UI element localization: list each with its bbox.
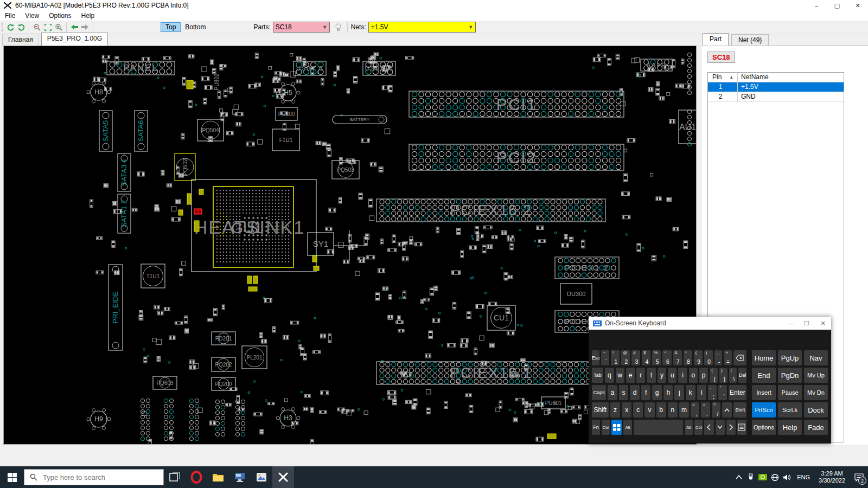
menu-item-view[interactable]: View [20,11,44,21]
usb-icon[interactable] [745,466,757,488]
osk-key-5[interactable]: %5 [652,350,661,365]
osk-key-fade[interactable]: Fade [804,420,828,435]
osk-key-o[interactable]: o [689,368,698,383]
table-row[interactable]: 2GND [708,92,844,102]
osk-key-c[interactable]: c [633,402,643,418]
rotate-right-icon[interactable] [16,22,27,33]
osk-key-`[interactable]: ~` [601,350,609,365]
language-indicator[interactable]: ENG [793,474,814,480]
osk-key-prtscn[interactable]: PrtScn [752,402,776,418]
hidden-icons-chevron[interactable] [733,466,745,488]
osk-key-pause[interactable]: Pause [778,385,802,400]
osk-key-e[interactable]: e [626,368,635,383]
osk-key-6[interactable]: ^6 [662,350,671,365]
pin-header[interactable]: Pin [712,73,722,82]
osk-key-m[interactable]: m [679,402,689,418]
osk-key-l[interactable]: l [697,385,707,400]
osk-key--[interactable]: _- [714,350,722,365]
parts-combobox[interactable]: SC18 ▼ [273,22,330,33]
osk-key-k[interactable]: k [686,385,695,400]
volume-icon[interactable] [781,466,793,488]
osk-key-Enter[interactable]: Enter [729,385,746,400]
osk-key-win[interactable] [611,420,622,435]
osk-maximize-button[interactable]: ☐ [799,320,815,327]
osk-key-Alt[interactable]: Alt [623,420,631,435]
forward-arrow-icon[interactable] [80,22,91,33]
osk-key-nav[interactable]: Nav [804,350,828,365]
osk-key-Ctrl[interactable]: Ctrl [694,420,703,435]
osk-key-t[interactable]: t [647,368,655,383]
osk-key-options[interactable]: Options [752,420,776,435]
osk-key-arrr[interactable] [726,420,736,435]
osk-key-arrd[interactable] [716,420,725,435]
osk-key-q[interactable]: q [605,368,614,383]
osk-key-Ctrl[interactable]: Ctrl [602,420,610,435]
osk-key-Tab[interactable]: Tab [592,368,603,383]
osk-key-d[interactable]: d [630,385,640,400]
clock[interactable]: 3:29 AM 3/30/2022 [814,470,850,484]
osk-key-0[interactable]: )0 [704,350,713,365]
osk-key-s[interactable]: s [619,385,629,400]
highlight-bulb-icon[interactable] [333,22,344,33]
zoom-fit-icon[interactable] [42,22,53,33]
osk-key-w[interactable]: w [616,368,624,383]
osk-key-mv-up[interactable]: Mv Up [804,368,828,383]
osk-key-r[interactable]: r [636,368,645,383]
osk-key-[[interactable]: {[ [710,368,718,383]
rotate-left-icon[interactable] [5,22,16,33]
taskbar-app-task-view[interactable] [164,466,186,488]
osk-key-f[interactable]: f [641,385,651,400]
osk-key-Fn[interactable]: Fn [592,420,600,435]
osk-key-1[interactable]: !1 [611,350,620,365]
osk-key-y[interactable]: y [658,368,666,383]
tab-p5e3_pro_1.00g[interactable]: P5E3_PRO_1.00G [41,33,108,46]
osk-key-p[interactable]: p [699,368,708,383]
osk-key-Esc[interactable]: Esc [592,350,599,365]
osk-key-backspace[interactable] [733,350,746,365]
osk-key-j[interactable]: j [674,385,684,400]
bottom-side-button[interactable]: Bottom [181,22,210,32]
osk-key-insert[interactable]: Insert [752,385,776,400]
osk-key-x[interactable]: x [622,402,631,418]
network-globe-icon[interactable] [769,466,781,488]
table-header[interactable]: Pin▲ NetName [708,73,844,82]
netname-header[interactable]: NetName [738,73,844,82]
taskbar-app-photos[interactable] [251,466,272,488]
zoom-out-icon[interactable] [31,22,42,33]
osk-key-end[interactable]: End [752,368,776,383]
table-row[interactable]: 1+1.5V [708,82,844,92]
chevron-down-icon[interactable]: ▼ [321,24,329,30]
osk-close-button[interactable]: ✕ [815,320,831,327]
osk-key-,[interactable]: <, [691,402,699,418]
taskbar-app-file-explorer[interactable] [207,466,229,488]
osk-key-=[interactable]: += [724,350,731,365]
osk-key-arru[interactable] [722,402,732,418]
osk-key-][interactable]: }] [719,368,727,383]
osk-key-help[interactable]: Help [778,420,802,435]
osk-key-u[interactable]: u [668,368,676,383]
osk-key-Shift[interactable]: Shift [733,402,746,418]
tab-главная[interactable]: Главная [2,34,39,46]
zoom-in-icon[interactable] [53,22,64,33]
osk-title-bar[interactable]: On-Screen Keyboard — ☐ ✕ [589,317,831,330]
chevron-down-icon[interactable]: ▼ [467,24,475,30]
osk-key-a[interactable]: a [608,385,617,400]
menu-item-options[interactable]: Options [44,11,76,21]
side-tab-part[interactable]: Part [703,33,729,46]
osk-key-h[interactable]: h [663,385,673,400]
osk-key-b[interactable]: b [656,402,666,418]
osk-key-3[interactable]: #3 [631,350,640,365]
osk-key-mv-dn[interactable]: Mv Dn [804,385,828,400]
menu-item-help[interactable]: Help [76,11,100,21]
taskbar-app-boardview[interactable] [272,466,294,488]
osk-key-home[interactable]: Home [752,350,776,365]
osk-key-g[interactable]: g [652,385,662,400]
osk-key-menu[interactable] [737,420,746,435]
osk-key-Shift[interactable]: Shift [592,402,609,418]
side-tab-net[interactable]: Net (49) [731,34,769,46]
osk-key-2[interactable]: @2 [621,350,630,365]
osk-key-8[interactable]: *8 [684,350,692,365]
osk-key-dock[interactable]: Dock [804,402,828,418]
osk-key-'[interactable]: "' [718,385,727,400]
osk-key-n[interactable]: n [668,402,678,418]
